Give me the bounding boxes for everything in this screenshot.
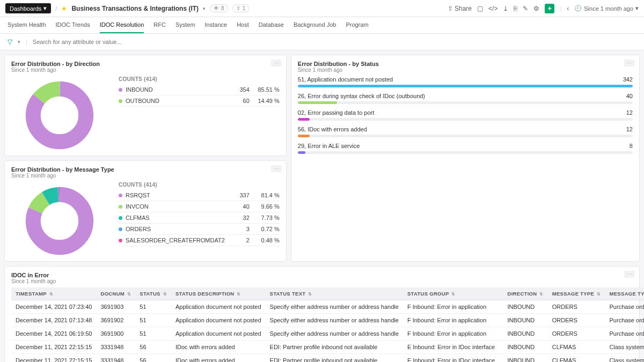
col-timestamp[interactable]: TIMESTAMP ⇅	[11, 287, 97, 300]
bar-fill	[298, 85, 633, 87]
tab-system[interactable]: System	[175, 17, 195, 33]
col-status[interactable]: STATUS ⇅	[135, 287, 171, 300]
tab-system-health[interactable]: System Health	[8, 17, 46, 33]
tab-instance[interactable]: Instance	[205, 17, 228, 33]
time-range-picker[interactable]: 🕘 Since 1 month ago ▾	[574, 5, 639, 12]
col-direction[interactable]: DIRECTION ⇅	[503, 287, 547, 300]
views-pill[interactable]: 👁 8	[210, 4, 228, 12]
sort-icon: ⇅	[237, 292, 240, 297]
card-menu-icon[interactable]: ⋯	[271, 60, 282, 67]
sort-icon: ⇅	[127, 292, 131, 297]
table-row[interactable]: December 14, 2021 07:13:48369190251Appli…	[11, 314, 644, 327]
status-bar-item[interactable]: 51, Application document not posted342	[298, 76, 633, 87]
legend-dot	[119, 88, 122, 92]
col-message-type[interactable]: MESSAGE TYPE ⇅	[548, 287, 605, 300]
legend-pct: 85.51 %	[253, 86, 280, 93]
dashboards-dropdown[interactable]: Dashboards ▾	[5, 3, 51, 13]
tab-rfc[interactable]: RFC	[153, 17, 166, 33]
bar-fill	[298, 151, 305, 154]
sort-icon: ⇅	[539, 292, 543, 297]
download-icon[interactable]: ⤓	[503, 5, 508, 12]
table-cell: Purchase order / order	[605, 327, 644, 341]
table-cell: Specify either address number or address…	[266, 300, 403, 314]
code-icon[interactable]: </>	[488, 5, 497, 12]
card-menu-icon[interactable]: ⋯	[624, 60, 635, 67]
table-header-row: TIMESTAMP ⇅DOCNUM ⇅STATUS ⇅STATUS DESCRI…	[11, 287, 644, 300]
status-label: 26, Error during syntax check of IDoc (o…	[298, 93, 425, 99]
title-dropdown-icon[interactable]: ▾	[203, 6, 206, 11]
legend-row[interactable]: CLFMAS327.73 %	[119, 212, 280, 224]
table-cell: CLFMAS	[548, 354, 605, 363]
filter-bar: ▽ ▾ |	[0, 34, 644, 50]
filter-icon[interactable]: ▽	[8, 38, 12, 46]
tab-program[interactable]: Program	[346, 17, 368, 33]
table-row[interactable]: December 11, 2021 22:15:15333194856IDoc …	[11, 341, 644, 354]
legend-row[interactable]: RSRQST33781.4 %	[119, 190, 280, 201]
tab-database[interactable]: Database	[259, 17, 284, 33]
col-status-description[interactable]: STATUS DESCRIPTION ⇅	[171, 287, 266, 300]
legend-dot	[119, 227, 122, 231]
filter-dropdown-icon[interactable]: ▾	[18, 39, 20, 45]
table-row[interactable]: December 14, 2021 07:23:40369190351Appli…	[11, 300, 644, 314]
card-menu-icon[interactable]: ⋯	[271, 165, 282, 172]
legend-header: COUNTS (414)	[119, 182, 280, 188]
tab-bar: System HealthIDOC TrendsIDOC ResolutionR…	[0, 17, 644, 34]
table-row[interactable]: December 11, 2021 22:15:15333194856IDoc …	[11, 354, 644, 363]
table-cell: EDI: Partner profile inbound not availab…	[266, 354, 403, 363]
status-bar-item[interactable]: 29, Error in ALE service8	[298, 143, 633, 154]
legend-row[interactable]: INVCON409.66 %	[119, 201, 280, 212]
chevron-down-icon: ▾	[635, 5, 639, 12]
card-subtitle: Since 1 month ago	[11, 67, 280, 73]
table-cell: E Inbound: Error in IDoc interface	[403, 341, 503, 354]
chevron-down-icon: ▾	[43, 5, 47, 12]
tab-idoc-resolution[interactable]: IDOC Resolution	[100, 17, 144, 33]
col-status-group[interactable]: STATUS GROUP ⇅	[403, 287, 503, 300]
table-cell: Specify either address number or address…	[266, 327, 403, 341]
idoc-table: TIMESTAMP ⇅DOCNUM ⇅STATUS ⇅STATUS DESCRI…	[11, 287, 644, 362]
card-menu-icon[interactable]: ⋯	[624, 271, 635, 278]
tab-host[interactable]: Host	[237, 17, 249, 33]
tab-background-job[interactable]: Background Job	[294, 17, 336, 33]
star-icon[interactable]: ★	[61, 5, 67, 12]
table-row[interactable]: December 14, 2021 06:19:50369190051Appli…	[11, 327, 644, 341]
settings-icon[interactable]: ⚙	[533, 5, 539, 12]
legend-pct: 81.4 %	[253, 192, 280, 198]
table-cell: ORDERS	[548, 300, 605, 314]
card-title: Error Distribution - by Message Type	[11, 166, 280, 173]
search-input[interactable]	[33, 39, 636, 45]
col-message-type-description[interactable]: MESSAGE TYPE DESCRIPTION ⇅	[605, 287, 644, 300]
legend-row[interactable]: OUTBOUND6014.49 %	[119, 95, 280, 107]
table-cell: Specify either address number or address…	[266, 314, 403, 327]
col-status-text[interactable]: STATUS TEXT ⇅	[266, 287, 403, 300]
legend-row[interactable]: ORDERS30.72 %	[119, 224, 280, 235]
status-bar-item[interactable]: 02, Error passing data to port12	[298, 109, 633, 121]
status-bar-item[interactable]: 56, IDoc with errors added12	[298, 126, 633, 137]
shares-pill[interactable]: ⇪ 1	[232, 4, 250, 12]
table-cell: F Inbound: Error in application	[403, 327, 503, 341]
legend-dot	[119, 99, 122, 103]
card-subtitle: Since 1 month ago	[298, 67, 633, 73]
status-bar-item[interactable]: 26, Error during syntax check of IDoc (o…	[298, 93, 633, 104]
present-icon[interactable]: ▢	[477, 5, 483, 12]
legend-header: COUNTS (414)	[119, 76, 280, 82]
card-subtitle: Since 1 month ago	[11, 173, 280, 179]
legend-row[interactable]: SALESORDER_CREATEFROMDAT220.48 %	[119, 235, 280, 246]
table-cell: 3691900	[97, 327, 136, 341]
copy-icon[interactable]: ⎘	[514, 5, 517, 12]
legend-row[interactable]: INBOUND35485.51 %	[119, 84, 280, 95]
add-button[interactable]: +	[545, 4, 554, 13]
table-cell: INBOUND	[503, 341, 547, 354]
col-docnum[interactable]: DOCNUM ⇅	[97, 287, 136, 300]
legend-label: SALESORDER_CREATEFROMDAT2	[126, 237, 225, 243]
table-cell: INBOUND	[503, 327, 547, 341]
time-prev-icon[interactable]: ‹	[567, 5, 569, 12]
bar-track	[298, 135, 633, 137]
tab-idoc-trends[interactable]: IDOC Trends	[56, 17, 90, 33]
share-button[interactable]: ⇧ Share	[448, 5, 472, 12]
topbar-actions: ⇧ Share ▢ </> ⤓ ⎘ ✎ ⚙ + | ‹ 🕘 Since 1 mo…	[448, 4, 639, 13]
table-cell: ORDERS	[548, 314, 605, 327]
edit-icon[interactable]: ✎	[523, 5, 528, 12]
table-cell: Application document not posted	[171, 300, 266, 314]
svg-point-1	[33, 89, 86, 142]
card-status: ⋯ Error Distribution - by Status Since 1…	[291, 55, 640, 262]
